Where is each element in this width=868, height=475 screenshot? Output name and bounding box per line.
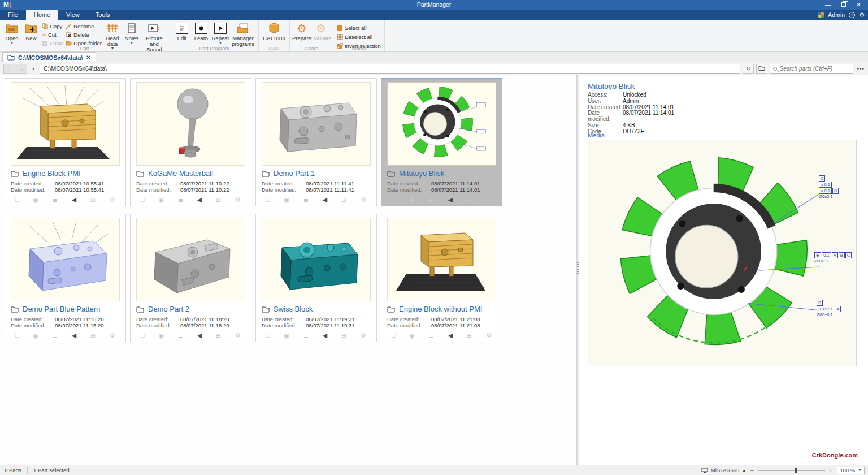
- repeat-dropdown-arrow[interactable]: ▼: [218, 41, 222, 45]
- manager-programs-button[interactable]: Manager programs: [230, 21, 256, 48]
- prepare-button[interactable]: ⚙ Prepare: [292, 21, 311, 42]
- checkbox-icon[interactable]: □: [141, 332, 145, 339]
- tab-tools[interactable]: Tools: [88, 10, 118, 20]
- search-box[interactable]: [770, 64, 853, 74]
- open-button[interactable]: Open ▼: [2, 21, 21, 45]
- help-icon[interactable]: ?: [849, 12, 855, 18]
- select-all-button[interactable]: Select all: [336, 24, 382, 32]
- checkbox-icon[interactable]: □: [141, 196, 145, 204]
- forward-button[interactable]: →: [15, 64, 27, 73]
- settings-icon[interactable]: ⚙: [235, 332, 241, 339]
- head-data-icon[interactable]: ⊞: [90, 332, 96, 339]
- back-button[interactable]: ←: [4, 64, 15, 73]
- part-thumbnail: [136, 218, 245, 301]
- browse-folder-button[interactable]: [756, 64, 767, 74]
- media-icon[interactable]: ◀: [72, 196, 76, 204]
- notes-icon[interactable]: ≣: [429, 196, 434, 204]
- tab-file[interactable]: File: [0, 10, 26, 20]
- checkbox-icon[interactable]: □: [392, 332, 396, 339]
- refresh-button[interactable]: ↻: [743, 64, 754, 74]
- settings-icon[interactable]: ⚙: [110, 196, 115, 204]
- zoom-slider[interactable]: [758, 470, 825, 471]
- checkbox-icon[interactable]: □: [15, 332, 19, 339]
- zoom-out-button[interactable]: –: [750, 467, 753, 473]
- open-dropdown-arrow[interactable]: ▼: [10, 41, 14, 45]
- media-icon[interactable]: ◀: [448, 332, 453, 339]
- repeat-button[interactable]: Repeat ▼: [211, 21, 230, 45]
- zoom-level-select[interactable]: 100 % ▼: [837, 467, 865, 474]
- notes-icon[interactable]: ≣: [303, 196, 309, 204]
- media-icon[interactable]: ◀: [197, 332, 202, 339]
- settings-gear-icon[interactable]: ⚙: [859, 11, 865, 19]
- deselect-all-button[interactable]: Deselect all: [336, 33, 382, 41]
- notes-icon[interactable]: ≣: [178, 196, 183, 204]
- head-data-icon[interactable]: ⊞: [467, 332, 472, 339]
- checkbox-icon[interactable]: □: [392, 196, 396, 204]
- checkbox-icon[interactable]: □: [15, 196, 19, 204]
- media-section-label[interactable]: Media: [588, 132, 605, 139]
- head-data-icon[interactable]: ⊞: [341, 196, 346, 204]
- notes-dropdown-arrow[interactable]: ▼: [129, 41, 133, 45]
- media-icon[interactable]: ◀: [448, 196, 453, 204]
- learn-button[interactable]: Learn: [192, 21, 211, 42]
- tab-view[interactable]: View: [58, 10, 88, 20]
- panel-splitter[interactable]: [576, 75, 579, 465]
- media-preview[interactable]: C ⌀ 0.1 ⌀ 0.1B Ø6±0.1 ⊕0.1ABC Ø8±0.1 B ⊥…: [588, 140, 857, 366]
- settings-icon[interactable]: ⚙: [361, 196, 366, 204]
- media-icon[interactable]: ◀: [197, 196, 202, 204]
- ribbon-group-select: Select all Deselect all Invert selection…: [333, 20, 385, 51]
- close-button[interactable]: ✕: [856, 0, 861, 10]
- part-thumbnail: [136, 82, 245, 166]
- machine-selector[interactable]: MiSTAR555 ▲: [701, 467, 746, 473]
- part-card-mitutoyo-blisk[interactable]: Mitutoyo Blisk Date created:08/07/2021 1…: [381, 78, 502, 206]
- head-data-icon[interactable]: ⊞: [216, 196, 221, 204]
- notes-icon[interactable]: ≣: [303, 332, 309, 339]
- notes-icon[interactable]: ≣: [178, 332, 183, 339]
- head-data-icon[interactable]: ⊞: [90, 196, 96, 204]
- part-card-engine-block-without-pmi[interactable]: Engine Block without PMI Date created:08…: [381, 214, 502, 342]
- evaluate-button[interactable]: ⚙ Evaluate: [311, 21, 331, 42]
- notes-icon[interactable]: ≣: [53, 332, 58, 339]
- notes-button[interactable]: Notes ▼: [122, 21, 141, 45]
- media-icon[interactable]: ◀: [72, 332, 76, 339]
- zoom-in-button[interactable]: +: [830, 467, 833, 473]
- part-card-demo-part-2[interactable]: Demo Part 2 Date created:08/07/2021 11:1…: [130, 214, 251, 342]
- head-data-icon[interactable]: ⊞: [467, 196, 472, 204]
- search-input[interactable]: [779, 66, 855, 72]
- media-icon[interactable]: ◀: [323, 332, 327, 339]
- notes-icon[interactable]: ≣: [53, 196, 58, 204]
- notes-icon[interactable]: ≣: [429, 332, 434, 339]
- media-icon[interactable]: ◀: [323, 196, 327, 204]
- part-card-demo-part-1[interactable]: Demo Part 1 Date created:08/07/2021 11:1…: [255, 78, 377, 206]
- head-data-icon[interactable]: ⊞: [216, 332, 221, 339]
- settings-icon[interactable]: ⚙: [235, 196, 241, 204]
- restore-button[interactable]: [841, 0, 846, 10]
- part-card-kogame-masterball[interactable]: KoGaMe Masterball Date created:08/07/202…: [130, 78, 251, 206]
- settings-icon[interactable]: ⚙: [486, 196, 492, 204]
- delete-button[interactable]: Delete: [64, 31, 103, 38]
- settings-icon[interactable]: ⚙: [361, 332, 366, 339]
- part-card-engine-block-pmi[interactable]: Engine Block PMI Date created:08/07/2021…: [5, 78, 126, 206]
- part-card-swiss-block[interactable]: Swiss Block Date created:08/07/2021 11:1…: [255, 214, 377, 342]
- more-options-button[interactable]: •••: [857, 66, 865, 72]
- history-dropdown[interactable]: ▼: [29, 67, 37, 71]
- rename-button[interactable]: Rename: [64, 22, 103, 30]
- zoom-slider-handle[interactable]: [795, 468, 797, 473]
- minimize-button[interactable]: —: [825, 0, 831, 10]
- settings-icon[interactable]: ⚙: [110, 332, 115, 339]
- edit-button[interactable]: Edit: [172, 21, 192, 42]
- part-name: Engine Block without PMI: [399, 305, 482, 313]
- tab-close-icon[interactable]: ✕: [86, 54, 90, 61]
- part-card-demo-part-blue-pattern[interactable]: Demo Part Blue Pattern Date created:08/0…: [5, 214, 126, 342]
- cut-button[interactable]: ✂ Cut: [41, 31, 64, 38]
- head-data-icon[interactable]: ⊞: [341, 332, 346, 339]
- checkbox-icon[interactable]: □: [266, 196, 270, 204]
- settings-icon[interactable]: ⚙: [486, 332, 492, 339]
- checkbox-icon[interactable]: □: [266, 332, 270, 339]
- new-button[interactable]: New: [21, 21, 41, 42]
- path-tab[interactable]: C:\MCOSMOSx64\data\ ✕: [2, 52, 96, 62]
- cat1000-button[interactable]: CAT1000: [261, 21, 287, 42]
- tab-home[interactable]: Home: [26, 10, 58, 20]
- copy-button[interactable]: Copy: [41, 22, 64, 30]
- path-input[interactable]: [40, 64, 740, 74]
